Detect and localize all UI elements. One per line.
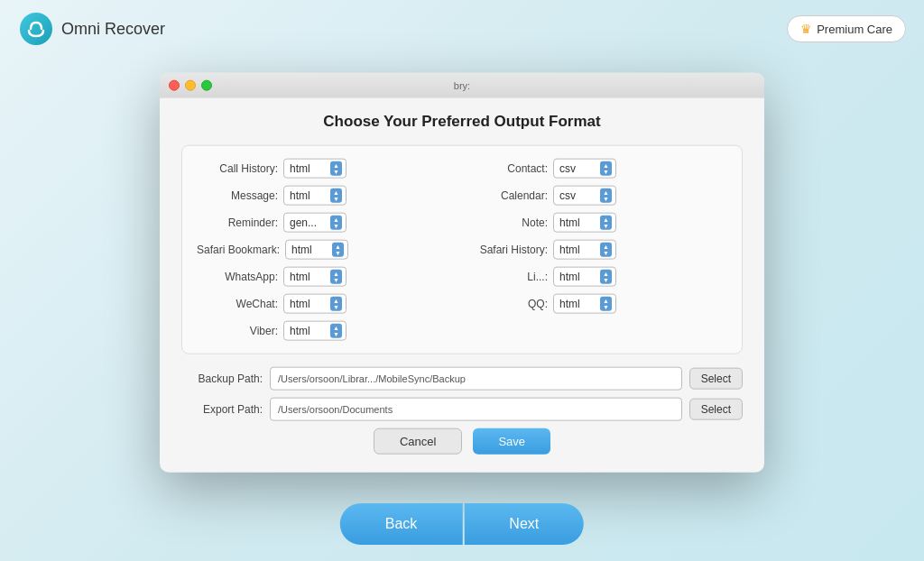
safari-bookmark-label: Safari Bookmark:	[197, 244, 280, 256]
note-arrows: ▲▼	[600, 216, 612, 230]
call-history-value: html	[290, 162, 327, 175]
safari-history-value: html	[559, 244, 596, 256]
contact-arrows: ▲▼	[600, 161, 612, 176]
logo-area: Omni Recover	[18, 11, 165, 47]
call-history-row: Call History: html ▲▼	[197, 159, 457, 179]
calendar-label: Calendar:	[467, 189, 548, 202]
calendar-select[interactable]: csv ▲▼	[553, 186, 616, 206]
app-logo-icon	[18, 11, 54, 47]
dialog-title: Choose Your Preferred Output Format	[181, 113, 743, 131]
wechat-arrows: ▲▼	[330, 297, 342, 311]
message-row: Message: html ▲▼	[197, 186, 457, 206]
safari-history-row: Safari History: html ▲▼	[467, 240, 727, 260]
safari-history-label: Safari History:	[467, 244, 548, 256]
maximize-button[interactable]	[201, 80, 212, 91]
qq-value: html	[559, 298, 596, 310]
safari-bookmark-select[interactable]: html ▲▼	[285, 240, 348, 260]
message-value: html	[290, 189, 327, 202]
note-value: html	[559, 216, 596, 229]
path-section: Backup Path: Select Export Path: Select	[181, 367, 743, 421]
reminder-select[interactable]: gen... ▲▼	[283, 213, 346, 233]
top-bar: Omni Recover ♛ Premium Care	[0, 0, 924, 58]
export-path-input[interactable]	[270, 398, 682, 421]
dialog-content: Choose Your Preferred Output Format Call…	[160, 98, 764, 473]
qq-row: QQ: html ▲▼	[467, 294, 727, 314]
safari-bookmark-arrows: ▲▼	[332, 243, 344, 257]
safari-bookmark-value: html	[291, 244, 328, 256]
call-history-label: Call History:	[197, 162, 278, 175]
wechat-value: html	[290, 298, 327, 310]
backup-path-row: Backup Path: Select	[181, 367, 743, 391]
close-button[interactable]	[169, 80, 180, 91]
contact-label: Contact:	[467, 162, 548, 175]
reminder-label: Reminder:	[197, 216, 278, 229]
viber-value: html	[290, 325, 327, 337]
contact-row: Contact: csv ▲▼	[467, 159, 727, 179]
wechat-row: WeChat: html ▲▼	[197, 294, 457, 314]
call-history-arrows: ▲▼	[330, 161, 342, 176]
message-select[interactable]: html ▲▼	[283, 186, 346, 206]
call-history-select[interactable]: html ▲▼	[283, 159, 346, 179]
whatsapp-select[interactable]: html ▲▼	[283, 267, 346, 287]
viber-arrows: ▲▼	[330, 324, 342, 338]
qq-label: QQ:	[467, 298, 548, 310]
premium-label: Premium Care	[817, 23, 892, 36]
back-button[interactable]: Back	[340, 503, 463, 545]
viber-select[interactable]: html ▲▼	[283, 321, 346, 341]
calendar-value: csv	[559, 189, 596, 202]
dialog-titlebar: bry:	[160, 73, 764, 98]
next-button[interactable]: Next	[464, 503, 584, 545]
note-select[interactable]: html ▲▼	[553, 213, 616, 233]
whatsapp-row: WhatsApp: html ▲▼	[197, 267, 457, 287]
export-path-label: Export Path:	[181, 403, 263, 416]
line-label: Li...:	[467, 271, 548, 283]
app-logo-text: Omni Recover	[61, 20, 165, 39]
dialog-buttons: Cancel Save	[181, 428, 743, 455]
whatsapp-label: WhatsApp:	[197, 271, 278, 283]
backup-path-label: Backup Path:	[181, 372, 263, 385]
save-button[interactable]: Save	[473, 428, 550, 455]
format-grid: Call History: html ▲▼ Contact: csv ▲▼ Me…	[197, 159, 727, 341]
whatsapp-arrows: ▲▼	[330, 270, 342, 284]
line-value: html	[559, 271, 596, 283]
premium-button[interactable]: ♛ Premium Care	[787, 15, 906, 42]
calendar-row: Calendar: csv ▲▼	[467, 186, 727, 206]
reminder-row: Reminder: gen... ▲▼	[197, 213, 457, 233]
line-arrows: ▲▼	[600, 270, 612, 284]
viber-row: Viber: html ▲▼	[197, 321, 457, 341]
whatsapp-value: html	[290, 271, 327, 283]
minimize-button[interactable]	[185, 80, 196, 91]
export-path-select-button[interactable]: Select	[689, 399, 743, 420]
safari-history-arrows: ▲▼	[600, 243, 612, 257]
note-row: Note: html ▲▼	[467, 213, 727, 233]
line-row: Li...: html ▲▼	[467, 267, 727, 287]
bottom-navigation: Back Next	[340, 503, 584, 545]
contact-select[interactable]: csv ▲▼	[553, 159, 616, 179]
line-select[interactable]: html ▲▼	[553, 267, 616, 287]
message-arrows: ▲▼	[330, 189, 342, 203]
output-format-dialog: bry: Choose Your Preferred Output Format…	[160, 73, 764, 473]
wechat-label: WeChat:	[197, 298, 278, 310]
reminder-arrows: ▲▼	[330, 216, 342, 230]
backup-path-select-button[interactable]: Select	[689, 368, 743, 390]
contact-value: csv	[559, 162, 596, 175]
cancel-button[interactable]: Cancel	[374, 428, 462, 455]
safari-bookmark-row: Safari Bookmark: html ▲▼	[197, 240, 457, 260]
viber-label: Viber:	[197, 325, 278, 337]
format-box: Call History: html ▲▼ Contact: csv ▲▼ Me…	[181, 145, 743, 354]
crown-icon: ♛	[800, 22, 812, 36]
safari-history-select[interactable]: html ▲▼	[553, 240, 616, 260]
svg-point-0	[20, 13, 52, 45]
reminder-value: gen...	[290, 216, 327, 229]
titlebar-label: bry:	[454, 80, 470, 91]
calendar-arrows: ▲▼	[600, 189, 612, 203]
message-label: Message:	[197, 189, 278, 202]
wechat-select[interactable]: html ▲▼	[283, 294, 346, 314]
qq-select[interactable]: html ▲▼	[553, 294, 616, 314]
export-path-row: Export Path: Select	[181, 398, 743, 421]
note-label: Note:	[467, 216, 548, 229]
qq-arrows: ▲▼	[600, 297, 612, 311]
backup-path-input[interactable]	[270, 367, 682, 391]
